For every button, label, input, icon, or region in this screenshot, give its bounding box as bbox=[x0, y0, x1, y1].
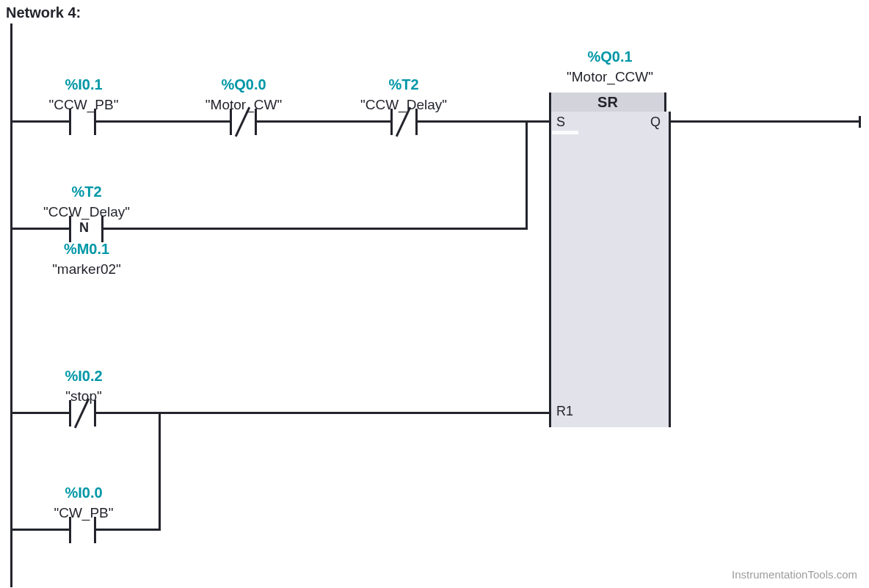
wire-r1-3 bbox=[257, 120, 390, 123]
motor-cw-name: "Motor_CW" bbox=[178, 97, 310, 113]
ccw-delay-addr: %T2 bbox=[345, 76, 462, 93]
marker02-name: "marker02" bbox=[21, 261, 153, 277]
motor-ccw-name: "Motor_CCW" bbox=[544, 69, 676, 85]
q-terminator bbox=[859, 116, 861, 128]
wire-r4-1 bbox=[10, 529, 69, 531]
network-title: Network 4: bbox=[6, 4, 81, 21]
wire-r2-v bbox=[526, 120, 528, 230]
wire-r4-v bbox=[159, 412, 161, 531]
wire-r4-2 bbox=[96, 529, 161, 531]
wire-r2-1 bbox=[10, 228, 69, 230]
edge-n-label: N bbox=[79, 220, 89, 236]
stop-name: "stop" bbox=[18, 388, 150, 404]
cw-pb-name: "CW_PB" bbox=[18, 505, 150, 521]
ladder-diagram: Network 4: SR S Q R1 %Q0.1 "Motor_CCW" %… bbox=[0, 0, 869, 588]
ccw-pb-addr: %I0.1 bbox=[25, 76, 142, 93]
left-power-rail bbox=[10, 23, 12, 587]
sr-pin-r1: R1 bbox=[556, 404, 573, 419]
stop-addr: %I0.2 bbox=[25, 368, 142, 385]
sr-pin-q: Q bbox=[650, 115, 661, 130]
sr-block-body bbox=[549, 112, 671, 427]
ccw-pb-name: "CCW_PB" bbox=[18, 97, 150, 113]
wire-r1-4 bbox=[418, 120, 550, 123]
marker02-addr: %M0.1 bbox=[28, 241, 145, 258]
wire-r1-2 bbox=[96, 120, 230, 123]
wire-r2-2 bbox=[103, 228, 528, 230]
motor-cw-addr: %Q0.0 bbox=[185, 76, 302, 93]
wire-r3-2 bbox=[96, 412, 550, 414]
motor-ccw-addr: %Q0.1 bbox=[551, 48, 669, 65]
cw-pb-addr: %I0.0 bbox=[25, 484, 142, 501]
s-underline bbox=[552, 131, 578, 134]
watermark: InstrumentationTools.com bbox=[732, 568, 857, 581]
sr-pin-s: S bbox=[556, 115, 565, 130]
sr-block-header: SR bbox=[549, 92, 666, 112]
ccw-delay2-addr: %T2 bbox=[28, 184, 145, 200]
wire-q-out bbox=[671, 120, 859, 123]
ccw-delay2-name: "CCW_Delay" bbox=[21, 204, 153, 220]
wire-r3-1 bbox=[10, 412, 69, 414]
ccw-delay-name: "CCW_Delay" bbox=[338, 97, 470, 113]
wire-r1-1 bbox=[10, 120, 69, 123]
